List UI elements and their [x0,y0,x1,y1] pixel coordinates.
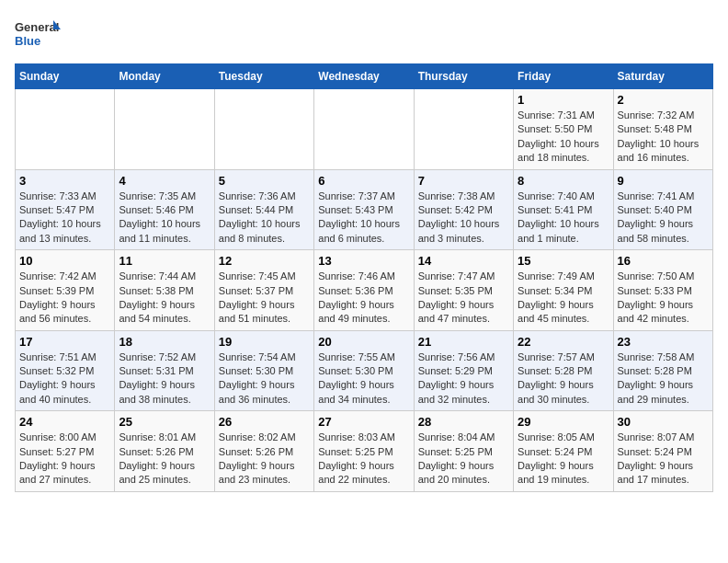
calendar-table: SundayMondayTuesdayWednesdayThursdayFrid… [15,63,713,492]
day-number: 28 [418,415,509,429]
day-header-sunday: Sunday [16,64,115,89]
calendar-cell: 21Sunrise: 7:56 AM Sunset: 5:29 PM Dayli… [414,330,513,411]
day-info: Sunrise: 7:33 AM Sunset: 5:47 PM Dayligh… [19,190,110,247]
day-number: 15 [518,254,609,268]
calendar-cell: 26Sunrise: 8:02 AM Sunset: 5:26 PM Dayli… [214,411,313,492]
day-info: Sunrise: 7:45 AM Sunset: 5:37 PM Dayligh… [219,270,310,327]
calendar-cell: 20Sunrise: 7:55 AM Sunset: 5:30 PM Dayli… [314,330,414,411]
calendar-header-row: SundayMondayTuesdayWednesdayThursdayFrid… [16,64,713,89]
svg-text:Blue: Blue [15,34,40,48]
day-info: Sunrise: 7:57 AM Sunset: 5:28 PM Dayligh… [518,350,609,408]
day-number: 29 [518,415,609,429]
day-header-monday: Monday [115,64,214,89]
day-number: 10 [19,254,110,268]
day-header-tuesday: Tuesday [214,64,313,89]
calendar-cell: 4Sunrise: 7:35 AM Sunset: 5:46 PM Daylig… [115,169,214,250]
calendar-cell: 28Sunrise: 8:04 AM Sunset: 5:25 PM Dayli… [414,411,513,492]
day-number: 13 [318,254,409,268]
day-info: Sunrise: 7:51 AM Sunset: 5:32 PM Dayligh… [19,350,110,408]
calendar-cell: 3Sunrise: 7:33 AM Sunset: 5:47 PM Daylig… [16,169,115,250]
day-number: 19 [219,335,310,349]
day-info: Sunrise: 7:31 AM Sunset: 5:50 PM Dayligh… [518,109,609,166]
calendar-week-row: 10Sunrise: 7:42 AM Sunset: 5:39 PM Dayli… [16,250,713,331]
calendar-cell: 29Sunrise: 8:05 AM Sunset: 5:24 PM Dayli… [514,411,613,492]
calendar-cell: 13Sunrise: 7:46 AM Sunset: 5:36 PM Dayli… [314,250,414,331]
day-info: Sunrise: 7:50 AM Sunset: 5:33 PM Dayligh… [618,270,709,327]
day-number: 21 [418,335,509,349]
calendar-cell: 25Sunrise: 8:01 AM Sunset: 5:26 PM Dayli… [115,411,214,492]
calendar-cell: 30Sunrise: 8:07 AM Sunset: 5:24 PM Dayli… [613,411,712,492]
day-number: 30 [618,415,709,429]
calendar-cell: 11Sunrise: 7:44 AM Sunset: 5:38 PM Dayli… [115,250,214,331]
calendar-cell: 17Sunrise: 7:51 AM Sunset: 5:32 PM Dayli… [16,330,115,411]
calendar-cell: 18Sunrise: 7:52 AM Sunset: 5:31 PM Dayli… [115,330,214,411]
day-info: Sunrise: 8:03 AM Sunset: 5:25 PM Dayligh… [318,431,409,488]
calendar-cell: 1Sunrise: 7:31 AM Sunset: 5:50 PM Daylig… [514,89,613,170]
calendar-cell: 16Sunrise: 7:50 AM Sunset: 5:33 PM Dayli… [613,250,712,331]
day-info: Sunrise: 7:36 AM Sunset: 5:44 PM Dayligh… [219,190,310,247]
calendar-week-row: 1Sunrise: 7:31 AM Sunset: 5:50 PM Daylig… [16,89,713,170]
day-info: Sunrise: 7:55 AM Sunset: 5:30 PM Dayligh… [318,350,409,408]
day-number: 27 [318,415,409,429]
calendar-week-row: 24Sunrise: 8:00 AM Sunset: 5:27 PM Dayli… [16,411,713,492]
logo-svg: General Blue [15,15,61,56]
calendar-cell [314,89,414,170]
day-number: 16 [618,254,709,268]
day-number: 12 [219,254,310,268]
calendar-week-row: 3Sunrise: 7:33 AM Sunset: 5:47 PM Daylig… [16,169,713,250]
day-header-thursday: Thursday [414,64,513,89]
day-number: 18 [119,335,210,349]
day-info: Sunrise: 7:54 AM Sunset: 5:30 PM Dayligh… [219,350,310,408]
calendar-cell: 27Sunrise: 8:03 AM Sunset: 5:25 PM Dayli… [314,411,414,492]
day-number: 6 [318,174,409,188]
day-number: 23 [618,335,709,349]
day-number: 24 [19,415,110,429]
day-number: 14 [418,254,509,268]
svg-text:General: General [15,20,59,34]
day-info: Sunrise: 8:02 AM Sunset: 5:26 PM Dayligh… [219,431,310,488]
calendar-cell: 8Sunrise: 7:40 AM Sunset: 5:41 PM Daylig… [514,169,613,250]
day-number: 9 [618,174,709,188]
day-info: Sunrise: 7:32 AM Sunset: 5:48 PM Dayligh… [618,109,709,166]
day-number: 8 [518,174,609,188]
day-number: 4 [119,174,210,188]
day-info: Sunrise: 8:01 AM Sunset: 5:26 PM Dayligh… [119,431,210,488]
day-info: Sunrise: 8:04 AM Sunset: 5:25 PM Dayligh… [418,431,509,488]
day-number: 26 [219,415,310,429]
calendar-cell: 7Sunrise: 7:38 AM Sunset: 5:42 PM Daylig… [414,169,513,250]
day-info: Sunrise: 7:49 AM Sunset: 5:34 PM Dayligh… [518,270,609,327]
calendar-cell [414,89,513,170]
day-info: Sunrise: 7:56 AM Sunset: 5:29 PM Dayligh… [418,350,509,408]
calendar-cell: 6Sunrise: 7:37 AM Sunset: 5:43 PM Daylig… [314,169,414,250]
day-number: 11 [119,254,210,268]
day-number: 20 [318,335,409,349]
calendar-cell: 2Sunrise: 7:32 AM Sunset: 5:48 PM Daylig… [613,89,712,170]
calendar-cell: 22Sunrise: 7:57 AM Sunset: 5:28 PM Dayli… [514,330,613,411]
day-info: Sunrise: 7:58 AM Sunset: 5:28 PM Dayligh… [618,350,709,408]
calendar-cell [214,89,313,170]
day-info: Sunrise: 7:37 AM Sunset: 5:43 PM Dayligh… [318,190,409,247]
page-header: General Blue [15,15,713,56]
day-header-wednesday: Wednesday [314,64,414,89]
day-number: 3 [19,174,110,188]
calendar-cell: 19Sunrise: 7:54 AM Sunset: 5:30 PM Dayli… [214,330,313,411]
day-number: 2 [618,93,709,107]
day-header-saturday: Saturday [613,64,712,89]
calendar-cell: 5Sunrise: 7:36 AM Sunset: 5:44 PM Daylig… [214,169,313,250]
calendar-cell [16,89,115,170]
logo: General Blue [15,15,61,56]
calendar-cell: 9Sunrise: 7:41 AM Sunset: 5:40 PM Daylig… [613,169,712,250]
day-info: Sunrise: 7:44 AM Sunset: 5:38 PM Dayligh… [119,270,210,327]
calendar-cell: 15Sunrise: 7:49 AM Sunset: 5:34 PM Dayli… [514,250,613,331]
day-info: Sunrise: 8:07 AM Sunset: 5:24 PM Dayligh… [618,431,709,488]
calendar-cell: 10Sunrise: 7:42 AM Sunset: 5:39 PM Dayli… [16,250,115,331]
day-info: Sunrise: 7:46 AM Sunset: 5:36 PM Dayligh… [318,270,409,327]
day-info: Sunrise: 7:38 AM Sunset: 5:42 PM Dayligh… [418,190,509,247]
day-number: 17 [19,335,110,349]
calendar-week-row: 17Sunrise: 7:51 AM Sunset: 5:32 PM Dayli… [16,330,713,411]
day-number: 1 [518,93,609,107]
day-info: Sunrise: 7:41 AM Sunset: 5:40 PM Dayligh… [618,190,709,247]
day-info: Sunrise: 8:00 AM Sunset: 5:27 PM Dayligh… [19,431,110,488]
day-info: Sunrise: 8:05 AM Sunset: 5:24 PM Dayligh… [518,431,609,488]
calendar-cell: 12Sunrise: 7:45 AM Sunset: 5:37 PM Dayli… [214,250,313,331]
